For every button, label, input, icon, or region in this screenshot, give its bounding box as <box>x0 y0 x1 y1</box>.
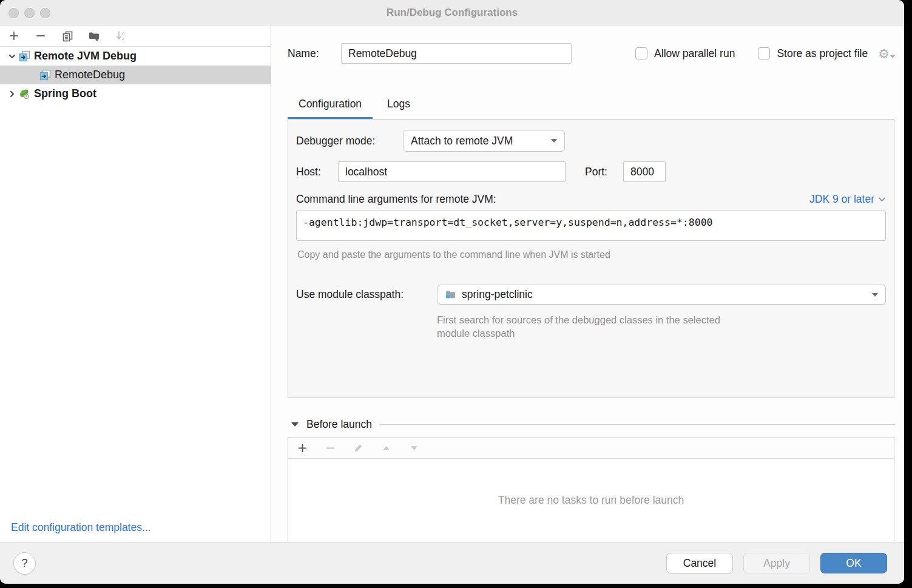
host-label: Host: <box>296 166 338 178</box>
command-line-args-label: Command line arguments for remote JVM: <box>296 193 496 206</box>
chevron-down-icon <box>878 195 886 203</box>
before-launch-title: Before launch <box>306 418 372 431</box>
svg-text:z: z <box>122 36 124 41</box>
tree-item-label: RemoteDebug <box>55 69 125 81</box>
zoom-window-button[interactable] <box>40 8 50 18</box>
debugger-mode-value: Attach to remote JVM <box>411 135 513 147</box>
name-row: Name: Allow parallel run Store as projec… <box>288 43 895 64</box>
before-launch-header[interactable]: Before launch <box>288 416 895 432</box>
chevron-right-icon[interactable] <box>6 90 18 98</box>
store-as-project-file-label: Store as project file <box>777 47 868 60</box>
configuration-panel: Debugger mode: Attach to remote JVM Host… <box>288 119 894 398</box>
name-label: Name: <box>288 47 319 60</box>
host-port-row: Host: Port: <box>296 161 886 182</box>
allow-parallel-run-option: Allow parallel run <box>635 47 735 60</box>
module-classpath-label: Use module classpath: <box>296 288 437 301</box>
ok-button[interactable]: OK <box>820 553 887 573</box>
apply-button[interactable]: Apply <box>743 553 810 573</box>
section-divider <box>379 424 895 425</box>
close-window-button[interactable] <box>8 8 19 18</box>
before-launch-tasks: There are no tasks to run before launch <box>288 438 894 542</box>
command-line-args-field[interactable]: -agentlib:jdwp=transport=dt_socket,serve… <box>296 211 886 241</box>
add-task-icon[interactable] <box>296 442 308 455</box>
collapse-triangle-icon[interactable] <box>291 422 299 427</box>
chevron-down-icon <box>551 139 557 143</box>
window-title: Run/Debug Configurations <box>387 7 518 19</box>
traffic-lights <box>8 8 50 18</box>
module-folder-icon <box>445 289 456 300</box>
move-task-down-icon[interactable] <box>408 442 420 455</box>
tree-item-label: Spring Boot <box>34 87 96 100</box>
tasks-toolbar <box>288 438 894 459</box>
store-as-project-file-option: Store as project file ⚙ <box>758 47 895 60</box>
cancel-button[interactable]: Cancel <box>666 553 733 573</box>
tab-logs[interactable]: Logs <box>376 98 421 119</box>
name-input[interactable] <box>341 43 572 64</box>
edit-configuration-templates-link[interactable]: Edit configuration templates... <box>11 521 151 534</box>
editor-tabs: Configuration Logs <box>288 81 895 119</box>
title-bar: Run/Debug Configurations <box>0 0 904 25</box>
edit-task-icon[interactable] <box>352 442 364 455</box>
configuration-editor: Name: Allow parallel run Store as projec… <box>271 25 904 542</box>
help-button[interactable]: ? <box>13 552 36 575</box>
module-classpath-hint: First search for sources of the debugged… <box>437 313 886 340</box>
no-tasks-message: There are no tasks to run before launch <box>288 459 894 542</box>
copy-configuration-icon[interactable] <box>61 30 73 42</box>
sort-configurations-icon[interactable]: a z <box>115 30 127 42</box>
tree-item-remotedebug-selected[interactable]: RemoteDebug <box>0 66 271 84</box>
chevron-down-icon <box>872 293 878 297</box>
remove-configuration-icon[interactable] <box>35 30 47 42</box>
port-input[interactable] <box>623 161 666 182</box>
run-debug-configurations-dialog: Run/Debug Configurations <box>0 0 904 584</box>
allow-parallel-run-label: Allow parallel run <box>654 47 735 60</box>
jdk-version-value: JDK 9 or later <box>809 193 874 206</box>
command-line-args-hint: Copy and paste the arguments to the comm… <box>297 249 886 260</box>
remote-jvm-debug-icon <box>18 50 30 63</box>
move-task-up-icon[interactable] <box>380 442 392 455</box>
debugger-mode-row: Debugger mode: Attach to remote JVM <box>296 130 886 152</box>
module-classpath-select[interactable]: spring-petclinic <box>437 285 886 305</box>
add-configuration-icon[interactable] <box>8 30 20 42</box>
store-options-gear-icon[interactable]: ⚙ <box>878 47 895 60</box>
command-line-args-header: Command line arguments for remote JVM: J… <box>296 193 886 206</box>
host-input[interactable] <box>338 161 566 182</box>
debugger-mode-label: Debugger mode: <box>296 135 403 147</box>
chevron-down-icon[interactable] <box>6 53 18 60</box>
tree-item-spring-boot[interactable]: Spring Boot <box>0 84 271 103</box>
spring-boot-icon <box>18 88 30 100</box>
tab-configuration[interactable]: Configuration <box>288 98 373 119</box>
module-classpath-value: spring-petclinic <box>462 288 533 301</box>
svg-text:a: a <box>122 30 125 36</box>
screen-background: Run/Debug Configurations <box>0 0 912 588</box>
allow-parallel-run-checkbox[interactable] <box>635 47 647 59</box>
debugger-mode-select[interactable]: Attach to remote JVM <box>403 130 565 152</box>
new-folder-icon[interactable] <box>88 30 100 42</box>
store-as-project-file-checkbox[interactable] <box>758 47 770 59</box>
jdk-version-select[interactable]: JDK 9 or later <box>809 193 886 206</box>
configurations-sidebar: a z R <box>0 25 271 542</box>
tree-item-label: Remote JVM Debug <box>34 50 137 63</box>
dialog-footer: ? Cancel Apply OK <box>0 542 904 584</box>
minimize-window-button[interactable] <box>24 8 35 18</box>
port-label: Port: <box>585 166 613 178</box>
action-buttons: Cancel Apply OK <box>666 553 887 573</box>
sidebar-toolbar: a z <box>0 25 271 47</box>
remote-jvm-debug-icon <box>39 69 51 81</box>
run-options: Allow parallel run Store as project file… <box>635 47 895 60</box>
module-classpath-row: Use module classpath: spring-petclinic <box>296 285 886 305</box>
tree-item-remote-jvm-debug[interactable]: Remote JVM Debug <box>0 47 271 66</box>
remove-task-icon[interactable] <box>324 442 336 455</box>
